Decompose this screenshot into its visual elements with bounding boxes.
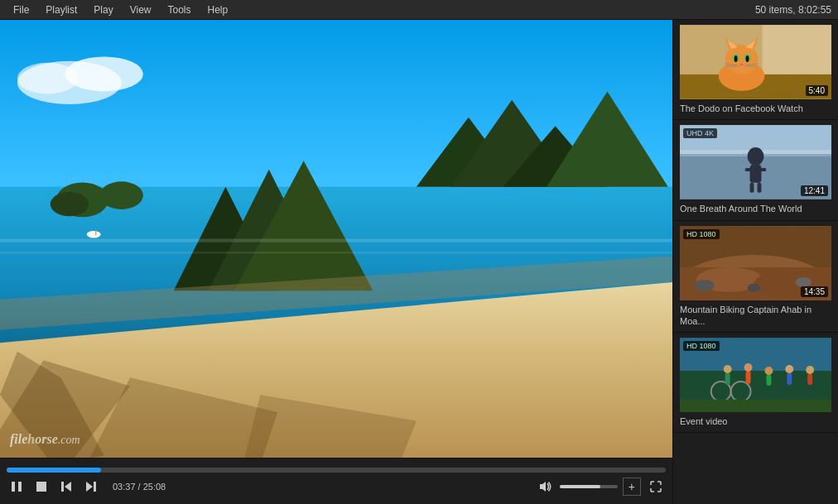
playlist-item-2[interactable]: UHD 4K 12:41 One Breath Around The World bbox=[673, 120, 838, 220]
item-title-3: Mountain Biking Captain Ahab in Moa... bbox=[680, 304, 831, 328]
svg-rect-55 bbox=[750, 165, 762, 183]
svg-rect-78 bbox=[787, 372, 792, 385]
badge-2: UHD 4K bbox=[683, 128, 717, 138]
video-player[interactable]: filehorse.com bbox=[0, 20, 672, 458]
menu-play[interactable]: Play bbox=[87, 2, 119, 17]
menu-view[interactable]: View bbox=[123, 2, 158, 17]
svg-rect-57 bbox=[759, 168, 766, 171]
svg-rect-58 bbox=[750, 183, 754, 193]
svg-rect-15 bbox=[0, 239, 672, 242]
svg-rect-59 bbox=[757, 183, 761, 193]
svg-point-77 bbox=[764, 367, 773, 375]
svg-rect-56 bbox=[745, 168, 752, 171]
item-title-1: The Dodo on Facebook Watch bbox=[680, 103, 831, 114]
svg-rect-72 bbox=[725, 372, 730, 385]
fullscreen-button[interactable] bbox=[646, 478, 666, 495]
badge-3: HD 1080 bbox=[683, 229, 720, 239]
volume-slider[interactable] bbox=[560, 485, 618, 488]
progress-fill bbox=[7, 468, 101, 473]
menu-playlist[interactable]: Playlist bbox=[39, 2, 84, 17]
thumb-container-3: HD 1080 14:35 bbox=[680, 226, 831, 300]
next-button[interactable] bbox=[81, 478, 101, 495]
menu-file[interactable]: File bbox=[7, 2, 36, 17]
badge-4: HD 1080 bbox=[683, 341, 720, 351]
item-count: 50 items, 8:02:55 bbox=[755, 4, 831, 16]
svg-point-75 bbox=[744, 363, 753, 372]
stop-button[interactable] bbox=[31, 478, 51, 495]
svg-rect-27 bbox=[36, 482, 46, 492]
duration-1: 5:40 bbox=[806, 85, 828, 96]
svg-marker-32 bbox=[540, 482, 546, 492]
add-button[interactable]: + bbox=[623, 478, 641, 496]
playlist-scroll[interactable]: 5:40 The Dodo on Facebook Watch bbox=[673, 20, 838, 504]
sidebar-playlist: 5:40 The Dodo on Facebook Watch bbox=[672, 20, 838, 504]
controls-bar: 03:37 / 25:08 + bbox=[0, 458, 672, 504]
volume-fill bbox=[560, 485, 600, 488]
svg-rect-74 bbox=[746, 371, 751, 384]
progress-bar[interactable] bbox=[7, 468, 666, 473]
svg-point-6 bbox=[51, 192, 89, 216]
menu-items: File Playlist Play View Tools Help bbox=[7, 2, 234, 17]
svg-marker-30 bbox=[86, 482, 93, 492]
svg-point-66 bbox=[795, 277, 812, 287]
svg-point-3 bbox=[17, 63, 78, 94]
controls-row: 03:37 / 25:08 + bbox=[7, 478, 666, 496]
playlist-item-3[interactable]: HD 1080 14:35 Mountain Biking Captain Ah… bbox=[673, 221, 838, 334]
svg-point-54 bbox=[748, 147, 764, 166]
time-display: 03:37 / 25:08 bbox=[113, 482, 166, 492]
video-area: filehorse.com bbox=[0, 20, 672, 504]
svg-marker-28 bbox=[65, 482, 71, 492]
svg-rect-24 bbox=[95, 228, 96, 235]
svg-point-45 bbox=[746, 55, 749, 62]
svg-point-67 bbox=[748, 283, 761, 291]
watermark: filehorse.com bbox=[10, 430, 80, 448]
menu-help[interactable]: Help bbox=[201, 2, 235, 17]
duration-3: 14:35 bbox=[801, 286, 828, 297]
svg-point-44 bbox=[734, 55, 738, 62]
svg-rect-31 bbox=[94, 482, 96, 492]
thumb-container-4: HD 1080 bbox=[680, 338, 831, 412]
svg-point-65 bbox=[695, 279, 715, 290]
svg-rect-26 bbox=[18, 482, 22, 492]
item-title-4: Event video bbox=[680, 415, 831, 427]
volume-button[interactable] bbox=[535, 478, 555, 495]
svg-point-7 bbox=[99, 181, 142, 209]
svg-rect-29 bbox=[61, 482, 64, 492]
main-layout: filehorse.com bbox=[0, 20, 838, 504]
pause-button[interactable] bbox=[7, 478, 26, 495]
menu-tools[interactable]: Tools bbox=[161, 2, 198, 17]
svg-rect-25 bbox=[12, 482, 15, 492]
item-title-2: One Breath Around The World bbox=[680, 203, 831, 214]
menubar: File Playlist Play View Tools Help 50 it… bbox=[0, 0, 838, 20]
svg-rect-82 bbox=[680, 400, 831, 412]
svg-rect-16 bbox=[0, 252, 672, 253]
playlist-item-1[interactable]: 5:40 The Dodo on Facebook Watch bbox=[673, 20, 838, 120]
beach-scene: filehorse.com bbox=[0, 20, 672, 458]
svg-rect-76 bbox=[766, 374, 771, 386]
thumb-container-1: 5:40 bbox=[680, 25, 831, 99]
svg-point-81 bbox=[806, 366, 814, 374]
duration-2: 12:41 bbox=[801, 185, 828, 196]
svg-point-23 bbox=[87, 231, 101, 238]
svg-rect-80 bbox=[807, 373, 812, 385]
thumb-container-2: UHD 4K 12:41 bbox=[680, 125, 831, 199]
svg-point-79 bbox=[785, 365, 793, 373]
playlist-item-4[interactable]: HD 1080 Event video bbox=[673, 333, 838, 433]
prev-button[interactable] bbox=[56, 478, 76, 495]
svg-point-73 bbox=[724, 365, 732, 373]
